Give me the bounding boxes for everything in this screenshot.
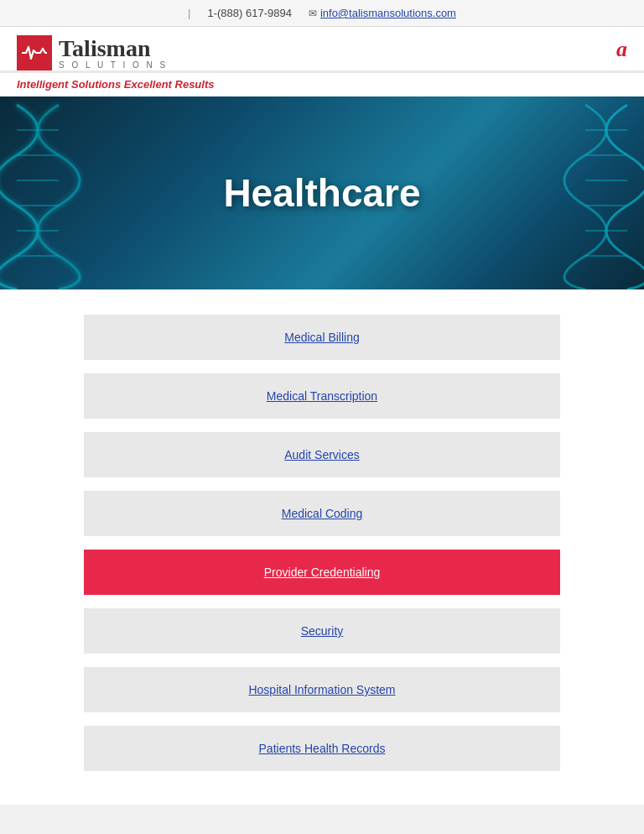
heartbeat-icon xyxy=(22,40,47,65)
logo-area: Talisman S O L U T I O N S xyxy=(17,35,168,70)
dna-left-decoration xyxy=(0,96,159,289)
phone-number: 1-(888) 617-9894 xyxy=(207,7,291,19)
hospital-information-system-link[interactable]: Hospital Information System xyxy=(248,683,395,696)
main-content: Medical Billing Medical Transcription Au… xyxy=(0,315,644,805)
audit-services-link[interactable]: Audit Services xyxy=(284,448,359,461)
logo-text: Talisman S O L U T I O N S xyxy=(59,37,168,70)
hero-banner: Healthcare xyxy=(0,96,644,289)
envelope-icon: ✉ xyxy=(309,8,317,19)
hero-title: Healthcare xyxy=(223,170,420,216)
patients-health-records-link[interactable]: Patients Health Records xyxy=(259,742,386,755)
menu-item-medical-coding[interactable]: Medical Coding xyxy=(84,491,560,536)
dna-right-decoration xyxy=(485,96,644,289)
menu-item-security[interactable]: Security xyxy=(84,608,560,654)
menu-item-medical-billing[interactable]: Medical Billing xyxy=(84,315,560,360)
medical-transcription-link[interactable]: Medical Transcription xyxy=(267,389,377,403)
medical-billing-link[interactable]: Medical Billing xyxy=(284,331,359,344)
tagline-bar: Intelligent Solutions Excellent Results xyxy=(0,73,644,96)
divider: | xyxy=(188,7,190,19)
menu-item-provider-credentialing[interactable]: Provider Credentialing xyxy=(84,550,560,595)
logo-icon-box xyxy=(17,35,52,70)
menu-item-hospital-information-system[interactable]: Hospital Information System xyxy=(84,667,560,712)
tagline-text: Intelligent Solutions Excellent Results xyxy=(17,78,215,91)
email-wrap: ✉ info@talismansolutions.com xyxy=(309,7,456,19)
header: Talisman S O L U T I O N S a xyxy=(0,27,644,73)
security-link[interactable]: Security xyxy=(301,624,344,638)
email-link[interactable]: info@talismansolutions.com xyxy=(320,7,456,19)
logo-brand-name: Talisman xyxy=(59,37,168,60)
medical-coding-link[interactable]: Medical Coding xyxy=(282,507,363,520)
logo-sub-text: S O L U T I O N S xyxy=(59,60,168,70)
menu-item-patients-health-records[interactable]: Patients Health Records xyxy=(84,726,560,771)
header-letter: a xyxy=(616,37,627,69)
top-bar: | 1-(888) 617-9894 ✉ info@talismansoluti… xyxy=(0,0,644,27)
menu-item-medical-transcription[interactable]: Medical Transcription xyxy=(84,373,560,419)
menu-item-audit-services[interactable]: Audit Services xyxy=(84,432,560,477)
page-container: | 1-(888) 617-9894 ✉ info@talismansoluti… xyxy=(0,0,644,805)
provider-credentialing-link[interactable]: Provider Credentialing xyxy=(264,566,381,579)
